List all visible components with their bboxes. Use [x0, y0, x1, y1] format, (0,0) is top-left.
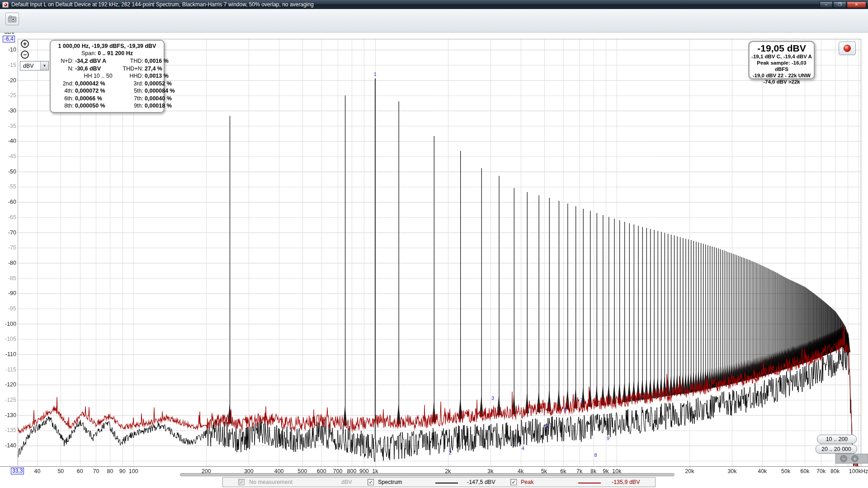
zoom-out-button[interactable]: −	[21, 51, 29, 59]
x-tick: 10k	[612, 468, 621, 474]
measurement-cell: -34,2 dBV A	[75, 58, 121, 64]
measurement-rows: N+D:-34,2 dBV ATHD:0,0016 %N:-30,6 dBVTH…	[54, 58, 160, 109]
x-tick: 200	[202, 468, 211, 474]
measurement-cell: -30,6 dBV	[75, 66, 121, 72]
range-10-200-button[interactable]: 10 .. 200	[817, 435, 857, 444]
harmonic-marker-1: 1	[374, 71, 377, 77]
measurement-span: Span: 0 .. 91 200 Hz	[54, 50, 160, 56]
level-line-5: -74,0 dBV >22k	[750, 79, 814, 85]
x-tick: 80k	[830, 468, 840, 474]
measurement-cell	[54, 73, 75, 79]
y-tick: -120	[1, 381, 16, 388]
measurement-cell: 4th:	[54, 88, 75, 94]
measurement-cell: THD:	[121, 58, 145, 64]
y-tick: -40	[1, 138, 16, 144]
measurement-cell: N:	[54, 66, 75, 72]
x-tick: 30k	[727, 468, 736, 474]
legend-bar: ✓ No measurement dBV ✓ Spectrum -147,5 d…	[222, 477, 656, 487]
measurement-cell: THD+N:	[121, 66, 145, 72]
measurement-cell: 0,000050 %	[75, 103, 121, 109]
harmonic-marker-2: 2	[449, 450, 452, 455]
x-tick: 20k	[685, 468, 694, 474]
y-tick: -140	[1, 442, 16, 449]
y-tick: -55	[1, 183, 16, 190]
x-tick: 500	[297, 468, 307, 474]
measurement-cell: 0,000072 %	[75, 88, 121, 94]
spectrum-label: Spectrum	[378, 479, 402, 485]
spectrum-line-sample	[435, 483, 458, 483]
x-tick: 60k	[800, 468, 809, 474]
measurement-cell: 0,000042 %	[75, 80, 121, 87]
record-button[interactable]	[839, 42, 856, 55]
legend-unit: dBV	[341, 479, 352, 485]
harmonic-marker-8: 8	[594, 452, 597, 458]
x-tick: 6k	[560, 468, 566, 474]
x-tick: 600	[317, 468, 326, 474]
spectrum-checkbox[interactable]: ✓	[368, 479, 374, 485]
measurement-cell: 7th:	[121, 95, 145, 102]
y-tick: -60	[1, 199, 16, 205]
y-tick: -30	[1, 108, 16, 114]
y-tick: -115	[1, 366, 16, 373]
maximize-button[interactable]: ❐	[833, 1, 846, 8]
harmonic-marker-7: 7	[580, 398, 583, 403]
minimize-button[interactable]: –	[820, 1, 833, 8]
y-tick: -95	[1, 305, 16, 312]
measurement-cell: 2nd:	[54, 80, 75, 87]
measurement-box: 1 000,00 Hz, -19,39 dBFS, -19,39 dBV Spa…	[50, 40, 165, 113]
y-tick: -130	[1, 412, 16, 418]
y-tick: -105	[1, 336, 16, 342]
y-tick: -65	[1, 214, 16, 221]
y-tick: -25	[1, 92, 16, 99]
measurement-cell: 8th:	[54, 103, 75, 109]
range-20-20000-button[interactable]: 20 .. 20 000	[816, 445, 857, 454]
x-tick: 60	[77, 468, 83, 474]
x-tick: 50k	[781, 468, 790, 474]
measurement-cell: 0,00040 %	[145, 95, 175, 102]
close-button[interactable]: ✕	[847, 1, 866, 8]
x-tick: 70	[93, 468, 99, 474]
y-tick: -10	[1, 47, 16, 53]
y-tick: -50	[1, 169, 16, 175]
harmonic-marker-4: 4	[522, 446, 524, 451]
y-tick: -35	[1, 123, 16, 129]
level-line-3: Peak sample: -16,03 dBFS	[750, 60, 814, 72]
x-zoom-out-button[interactable]: −	[840, 455, 847, 462]
x-tick: 100kHz	[849, 468, 868, 474]
y-tick: -20	[1, 77, 16, 84]
measurement-cell: 0,00018 %	[145, 103, 175, 109]
level-line-4: -19,0 dBV 22 - 22k UNW	[750, 72, 814, 79]
x-zoom-panel: − +	[835, 454, 868, 464]
harmonic-marker-5: 5	[545, 423, 548, 429]
screenshot-button[interactable]	[5, 13, 19, 25]
x-tick: 900	[359, 468, 369, 474]
x-zoom-in-button[interactable]: +	[851, 455, 859, 462]
level-box: -19,05 dBV -19,1 dBV C, -19,4 dBV A Peak…	[748, 41, 815, 80]
measurement-cell: 3rd:	[121, 80, 145, 87]
measurement-title: 1 000,00 Hz, -19,39 dBFS, -19,39 dBV	[54, 43, 160, 49]
y-tick: -70	[1, 230, 16, 236]
peak-line-sample	[578, 483, 601, 483]
zoom-in-button[interactable]: +	[21, 40, 29, 48]
y-tick: -80	[1, 260, 16, 266]
unit-dropdown[interactable]: dBV ▼	[20, 61, 49, 70]
x-tick: 700	[333, 468, 343, 474]
level-main-value: -19,05 dBV	[750, 43, 814, 53]
x-tick: 300	[244, 468, 254, 474]
measurement-cell: 0,00066 %	[75, 95, 121, 102]
y-tick: -125	[1, 397, 16, 403]
peak-label: Peak	[521, 479, 534, 485]
x-tick: 3k	[487, 468, 493, 474]
y-tick: -15	[1, 62, 16, 68]
measurement-cell: 0,000084 %	[145, 88, 175, 94]
x-tick: 800	[347, 468, 357, 474]
x-tick: 5k	[541, 468, 547, 474]
chevron-down-icon[interactable]: ▼	[40, 61, 48, 70]
x-tick: 100	[129, 468, 138, 474]
window-title: Default Input L on Default Device at 192…	[11, 1, 314, 8]
x-tick: 9k	[603, 468, 609, 474]
peak-checkbox[interactable]: ✓	[510, 479, 517, 485]
harmonic-marker-3: 3	[491, 395, 494, 401]
measurement-cell: 6th:	[54, 95, 75, 102]
frequency-scrollbar[interactable]	[180, 473, 675, 476]
